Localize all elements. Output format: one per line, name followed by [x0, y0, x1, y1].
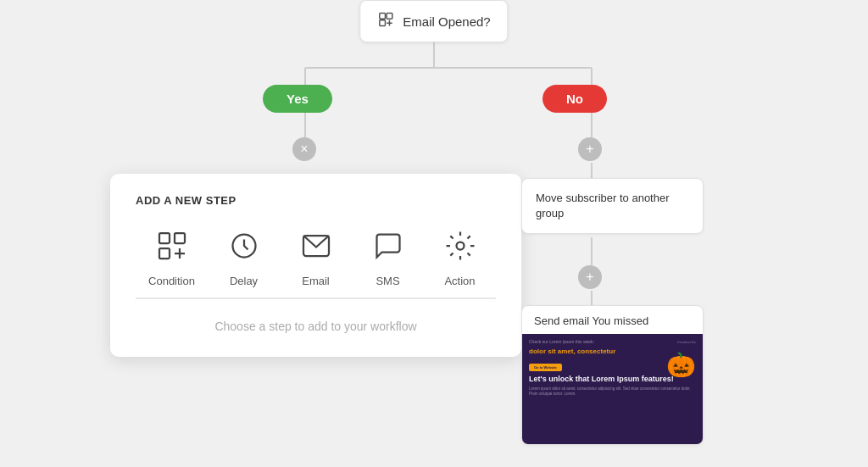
sms-icon: [368, 225, 409, 266]
step-options-list: Condition Delay: [136, 225, 496, 299]
move-subscriber-text: Move subscriber to another group: [536, 191, 689, 221]
preview-body: Lorem ipsum dolor sit amet, consectetur …: [529, 386, 696, 398]
svg-rect-14: [159, 248, 170, 259]
add-step-panel: ADD A NEW STEP Condition: [110, 174, 521, 357]
action-label: Action: [444, 275, 475, 287]
clock-icon: [224, 225, 264, 266]
delay-label: Delay: [230, 275, 258, 287]
email-icon: [296, 225, 337, 266]
condition-label: Condition: [148, 275, 195, 287]
svg-rect-13: [175, 233, 185, 243]
preview-button: Go to Website: [529, 364, 562, 371]
email-opened-label: Email Opened?: [403, 14, 490, 29]
svg-rect-12: [159, 233, 170, 243]
step-hint: Choose a step to add to your workflow: [136, 320, 496, 333]
send-email-card[interactable]: Send email You missed Check our Lorem Ip…: [521, 305, 704, 445]
email-label: Email: [302, 275, 330, 287]
svg-rect-9: [380, 14, 386, 19]
step-option-sms[interactable]: SMS: [352, 225, 424, 299]
svg-point-17: [456, 242, 464, 250]
preview-lorem-top: Check our Lorem Ipsum this week:: [529, 339, 594, 344]
send-email-header: Send email You missed: [522, 306, 703, 334]
email-opened-node[interactable]: Email Opened?: [359, 0, 508, 42]
sms-label: SMS: [376, 275, 399, 287]
svg-rect-10: [387, 14, 392, 19]
add-step-button-bottom[interactable]: +: [578, 265, 602, 289]
add-step-button-right[interactable]: +: [578, 137, 602, 161]
condition-icon: [152, 225, 192, 266]
step-option-action[interactable]: Action: [424, 225, 496, 299]
email-preview: Check our Lorem Ipsum this week: Unsubsc…: [522, 334, 703, 444]
close-step-button[interactable]: ×: [292, 137, 316, 161]
add-step-title: ADD A NEW STEP: [136, 194, 496, 207]
pumpkin-icon: 🎃: [666, 351, 696, 379]
step-option-delay[interactable]: Delay: [208, 225, 280, 299]
step-option-email[interactable]: Email: [280, 225, 352, 299]
step-option-condition[interactable]: Condition: [136, 225, 208, 299]
move-subscriber-card[interactable]: Move subscriber to another group: [521, 178, 704, 234]
workflow-canvas: Email Opened? Yes No × + + ADD A NEW STE…: [0, 0, 868, 467]
yes-branch-button[interactable]: Yes: [263, 85, 332, 113]
no-branch-button[interactable]: No: [542, 85, 607, 113]
action-icon: [440, 225, 481, 266]
workflow-icon: [377, 11, 394, 31]
svg-rect-11: [380, 20, 386, 26]
